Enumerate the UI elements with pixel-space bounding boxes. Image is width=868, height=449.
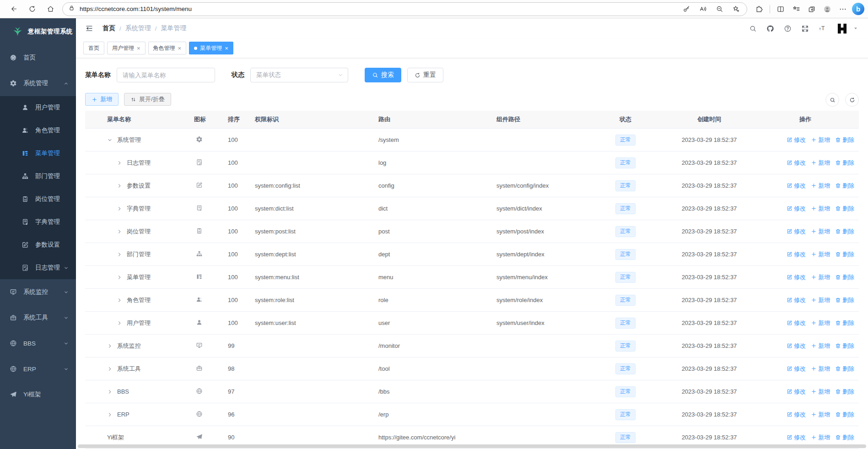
sidebar-item-dict-mgmt[interactable]: 字典管理 <box>0 211 76 233</box>
tree-expand-toggle[interactable] <box>117 275 124 280</box>
delete-link[interactable]: 删除 <box>835 159 854 167</box>
sidebar-item-post-mgmt[interactable]: 岗位管理 <box>0 188 76 211</box>
add-link[interactable]: 新增 <box>811 159 830 167</box>
sidebar-item-bbs[interactable]: BBS <box>0 330 76 356</box>
read-aloud-button[interactable] <box>695 2 710 16</box>
favorite-star-button[interactable] <box>728 2 743 16</box>
sidebar-item-user-mgmt[interactable]: 用户管理 <box>0 96 76 119</box>
bing-icon[interactable]: b <box>852 3 864 15</box>
address-bar[interactable]: https://ccnetcore.com:1101/system/menu <box>62 2 747 16</box>
delete-link[interactable]: 删除 <box>835 433 854 442</box>
more-button[interactable] <box>836 2 850 16</box>
add-link[interactable]: 新增 <box>811 182 830 190</box>
search-button[interactable] <box>749 25 757 32</box>
delete-link[interactable]: 删除 <box>835 388 854 396</box>
tab-close-icon[interactable]: × <box>225 45 228 51</box>
fullscreen-button[interactable] <box>801 25 809 32</box>
key-button[interactable] <box>679 2 694 16</box>
breadcrumb-item[interactable]: 首页 <box>102 24 115 32</box>
delete-link[interactable]: 删除 <box>835 227 854 236</box>
sidebar-item-home[interactable]: 首页 <box>0 45 76 70</box>
sidebar-item-log-mgmt[interactable]: 日志管理 <box>0 256 76 279</box>
tree-expand-toggle[interactable] <box>107 137 115 143</box>
sidebar-item-system-mgmt[interactable]: 系统管理 <box>0 70 76 96</box>
edit-link[interactable]: 修改 <box>787 182 806 190</box>
delete-link[interactable]: 删除 <box>835 296 854 304</box>
add-button[interactable]: 新增 <box>85 93 119 106</box>
add-link[interactable]: 新增 <box>811 227 830 236</box>
collections-button[interactable] <box>804 2 819 16</box>
tab-用户管理[interactable]: 用户管理× <box>107 42 146 54</box>
tab-菜单管理[interactable]: 菜单管理× <box>189 42 233 54</box>
tab-close-icon[interactable]: × <box>178 45 182 51</box>
sidebar-item-monitor[interactable]: 系统监控 <box>0 279 76 305</box>
tree-expand-toggle[interactable] <box>117 206 124 211</box>
user-avatar[interactable] <box>836 22 848 35</box>
sidebar-item-tool[interactable]: 系统工具 <box>0 305 76 330</box>
tree-expand-toggle[interactable] <box>117 252 124 257</box>
favorites-bar-button[interactable] <box>789 2 803 16</box>
edit-link[interactable]: 修改 <box>787 227 806 236</box>
delete-link[interactable]: 删除 <box>835 319 854 327</box>
split-screen-button[interactable] <box>773 2 788 16</box>
add-link[interactable]: 新增 <box>811 433 830 442</box>
edit-link[interactable]: 修改 <box>787 136 806 144</box>
tree-expand-toggle[interactable] <box>117 160 124 166</box>
edit-link[interactable]: 修改 <box>787 433 806 442</box>
status-select[interactable]: 菜单状态 <box>250 68 348 82</box>
expand-collapse-button[interactable]: 展开/折叠 <box>124 93 171 106</box>
url-text[interactable]: https://ccnetcore.com:1101/system/menu <box>80 5 679 12</box>
edit-link[interactable]: 修改 <box>787 296 806 304</box>
add-link[interactable]: 新增 <box>811 342 830 350</box>
add-link[interactable]: 新增 <box>811 365 830 373</box>
add-link[interactable]: 新增 <box>811 388 830 396</box>
zoom-out-button[interactable] <box>712 2 727 16</box>
edit-link[interactable]: 修改 <box>787 319 806 327</box>
sidebar-item-yi-framework[interactable]: Yi框架 <box>0 382 76 407</box>
edit-link[interactable]: 修改 <box>787 159 806 167</box>
tab-首页[interactable]: 首页 <box>83 42 104 54</box>
delete-link[interactable]: 删除 <box>835 205 854 213</box>
add-link[interactable]: 新增 <box>811 296 830 304</box>
reset-button[interactable]: 重置 <box>407 68 443 82</box>
add-link[interactable]: 新增 <box>811 136 830 144</box>
refresh-button[interactable] <box>25 2 39 16</box>
breadcrumb-item[interactable]: 系统管理 <box>125 24 151 32</box>
table-refresh-button[interactable] <box>845 93 859 107</box>
delete-link[interactable]: 删除 <box>835 273 854 281</box>
edit-link[interactable]: 修改 <box>787 365 806 373</box>
add-link[interactable]: 新增 <box>811 250 830 259</box>
edit-link[interactable]: 修改 <box>787 250 806 259</box>
delete-link[interactable]: 删除 <box>835 342 854 350</box>
edit-link[interactable]: 修改 <box>787 388 806 396</box>
sidebar-item-erp[interactable]: ERP <box>0 356 76 382</box>
edit-link[interactable]: 修改 <box>787 205 806 213</box>
extensions-button[interactable] <box>752 2 766 16</box>
back-button[interactable] <box>6 2 21 16</box>
tree-expand-toggle[interactable] <box>107 366 115 372</box>
tree-expand-toggle[interactable] <box>117 298 124 303</box>
sidebar-item-role-mgmt[interactable]: 角色管理 <box>0 119 76 142</box>
tree-expand-toggle[interactable] <box>117 183 124 189</box>
github-button[interactable] <box>766 25 774 32</box>
tab-close-icon[interactable]: × <box>137 45 140 51</box>
horizontal-scrollbar[interactable] <box>78 444 866 448</box>
delete-link[interactable]: 删除 <box>835 411 854 419</box>
add-link[interactable]: 新增 <box>811 319 830 327</box>
sidebar-fold-button[interactable] <box>82 22 96 35</box>
delete-link[interactable]: 删除 <box>835 250 854 259</box>
sidebar-item-dept-mgmt[interactable]: 部门管理 <box>0 165 76 188</box>
add-link[interactable]: 新增 <box>811 205 830 213</box>
edit-link[interactable]: 修改 <box>787 411 806 419</box>
tree-expand-toggle[interactable] <box>107 412 115 417</box>
tree-expand-toggle[interactable] <box>117 320 124 326</box>
tab-角色管理[interactable]: 角色管理× <box>148 42 187 54</box>
search-button[interactable]: 搜索 <box>365 68 401 82</box>
tree-expand-toggle[interactable] <box>117 229 124 234</box>
delete-link[interactable]: 删除 <box>835 136 854 144</box>
add-link[interactable]: 新增 <box>811 411 830 419</box>
edit-link[interactable]: 修改 <box>787 273 806 281</box>
sidebar-item-menu-mgmt[interactable]: 菜单管理 <box>0 142 76 165</box>
delete-link[interactable]: 删除 <box>835 365 854 373</box>
font-size-button[interactable]: TT <box>819 25 826 32</box>
